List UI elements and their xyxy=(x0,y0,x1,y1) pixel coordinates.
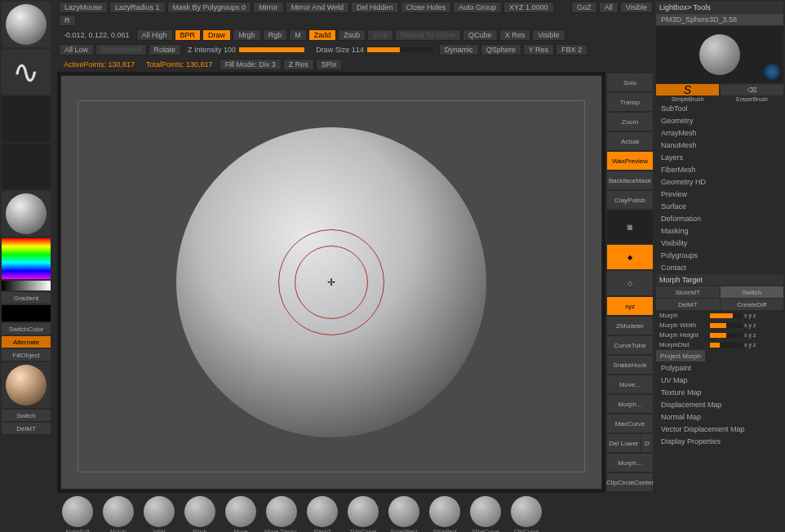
switch-btn[interactable]: Switch xyxy=(2,410,51,421)
rgb-btn[interactable]: Rgb xyxy=(263,29,288,41)
nav-icon[interactable]: ◆ xyxy=(607,245,653,269)
zcut-btn[interactable]: Zcut xyxy=(367,29,393,41)
stroke-thumb[interactable]: ∿ xyxy=(2,49,51,95)
maxcurve-btn[interactable]: MaxCurve xyxy=(607,415,653,432)
gradient-bar[interactable] xyxy=(2,281,51,290)
color-picker[interactable] xyxy=(2,238,51,279)
delhidden-btn[interactable]: Del Hidden xyxy=(351,2,399,13)
zadd-btn[interactable]: Zadd xyxy=(308,29,337,41)
lazyradius-btn[interactable]: LazyRadius 1 xyxy=(109,2,166,13)
gradient-btn[interactable]: Gradient xyxy=(2,292,51,304)
vectordisp-item[interactable]: Vector Displacement Map xyxy=(656,423,783,435)
sphere-icon[interactable] xyxy=(764,64,780,80)
zintensity-slider[interactable] xyxy=(239,47,304,52)
transp-btn[interactable]: Transp xyxy=(607,93,653,111)
fillobject-btn[interactable]: FillObject xyxy=(2,349,51,361)
brush-smartrect[interactable]: SmartRect xyxy=(387,496,421,532)
texture-thumb[interactable] xyxy=(2,144,51,189)
transp-icon[interactable]: ◇ xyxy=(607,271,653,295)
surface-item[interactable]: Surface xyxy=(656,201,783,212)
zsub-btn[interactable]: Zsub xyxy=(338,29,366,41)
brush-slicerect[interactable]: SliceRect xyxy=(428,496,462,532)
solo-btn[interactable]: Solo xyxy=(607,73,653,91)
fibermesh-item[interactable]: FiberMesh xyxy=(656,164,783,175)
polypaint-item[interactable]: Polypaint xyxy=(656,362,783,374)
draw-btn[interactable]: Draw xyxy=(202,29,231,41)
masking-item[interactable]: Masking xyxy=(656,225,783,237)
skinshade-thumb[interactable] xyxy=(2,362,51,408)
dynamic-btn[interactable]: Dynamic xyxy=(439,44,479,55)
material-thumb[interactable] xyxy=(2,2,51,47)
allhigh-btn[interactable]: All High xyxy=(136,29,173,41)
waxpreview-btn[interactable]: WaxPreview xyxy=(607,152,653,170)
lightbox-header[interactable]: Lightbox> Tools xyxy=(656,2,783,13)
s-icon[interactable]: S xyxy=(656,84,719,95)
brush-morph[interactable]: Morph xyxy=(101,496,135,532)
qcube-btn[interactable]: QCube xyxy=(463,29,498,41)
texturemap-item[interactable]: Texture Map xyxy=(656,387,783,398)
yres-btn[interactable]: Y Res xyxy=(523,44,554,55)
contact-item[interactable]: Contact xyxy=(656,262,783,273)
brush-move[interactable]: Move xyxy=(224,496,258,532)
zoom-btn[interactable]: Zoom xyxy=(607,113,653,131)
subtool-item[interactable]: SubTool xyxy=(656,103,783,114)
xres-btn[interactable]: X Res xyxy=(499,29,531,41)
morph-slider[interactable] xyxy=(710,313,743,318)
fbx2-btn[interactable]: FBX 2 xyxy=(556,44,588,55)
alllow-btn[interactable]: All Low xyxy=(59,44,94,55)
brush-formsoft[interactable]: FormSoft xyxy=(60,496,95,532)
morph-brush-btn[interactable]: Morph... xyxy=(607,395,653,413)
zres-btn[interactable]: Z Res xyxy=(283,59,314,70)
morphwidth-slider[interactable] xyxy=(710,323,743,328)
viewport[interactable]: ✛ xyxy=(60,75,602,490)
brush-trimcurve[interactable]: TrimCurve xyxy=(346,496,380,532)
lazymouse-btn[interactable]: LazyMouse xyxy=(59,2,108,13)
brush-slash3[interactable]: Slash3 xyxy=(305,496,339,532)
repeat-btn[interactable]: Repeat To Active xyxy=(395,29,461,41)
projectmorph-btn[interactable]: Project Morph xyxy=(656,350,705,361)
backface-btn[interactable]: BackfaceMask xyxy=(607,171,653,189)
displacement-item[interactable]: Displacement Map xyxy=(656,399,783,410)
rotate-btn[interactable]: Rotate xyxy=(149,44,182,55)
goz-btn[interactable]: GoZ xyxy=(571,2,597,13)
morphdist-slider[interactable] xyxy=(710,343,743,348)
dellower-btn[interactable]: Del Lower xyxy=(607,434,641,452)
morphdot-btn[interactable]: Morph... xyxy=(607,454,653,472)
actual-btn[interactable]: Actual xyxy=(607,132,653,150)
r-btn[interactable]: R xyxy=(59,15,76,26)
smooth-btn[interactable]: SmoothtoAll xyxy=(95,44,147,55)
displayprops-item[interactable]: Display Properties xyxy=(656,436,783,447)
eraser-icon[interactable]: ⌫ xyxy=(721,84,783,95)
arraymesh-item[interactable]: ArrayMesh xyxy=(656,127,783,139)
mrgb-btn[interactable]: Mrgb xyxy=(233,29,261,41)
closeholes-btn[interactable]: Close Holes xyxy=(401,2,452,13)
m-btn[interactable]: M xyxy=(289,29,307,41)
visibility-item[interactable]: Visibility xyxy=(656,237,783,249)
grid-icon[interactable]: ▦ xyxy=(607,211,653,243)
sphere-3d-object[interactable]: ✛ xyxy=(176,127,486,437)
storemt-btn[interactable]: StoreMT xyxy=(656,286,720,298)
alpha-thumb[interactable] xyxy=(2,96,51,142)
visible-btn[interactable]: Visible xyxy=(620,2,653,13)
all-btn[interactable]: All xyxy=(599,2,619,13)
brush-inflat[interactable]: Inflat xyxy=(142,496,176,532)
brush-pinch[interactable]: Pinch xyxy=(183,496,217,532)
brush-slicecurve[interactable]: SliceCurve xyxy=(468,496,503,532)
visible2-btn[interactable]: Visible xyxy=(532,29,565,41)
morphheight-slider[interactable] xyxy=(710,333,743,338)
switchcolor-btn[interactable]: SwitchColor xyxy=(2,323,51,335)
curvetube-btn[interactable]: CurveTube xyxy=(607,336,653,354)
matcap-thumb[interactable] xyxy=(2,191,51,237)
nanomesh-item[interactable]: NanoMesh xyxy=(656,140,783,151)
spix-btn[interactable]: SPix xyxy=(316,59,343,70)
xyz-btn[interactable]: XYZ 1.0000 xyxy=(503,2,554,13)
d-btn[interactable]: D xyxy=(641,434,653,452)
delmt2-btn[interactable]: DelMT xyxy=(656,299,720,310)
claypolish-btn[interactable]: ClayPolish xyxy=(607,191,653,209)
drawsize-slider[interactable] xyxy=(367,47,432,52)
creatediff-btn[interactable]: CreateDiff xyxy=(721,299,784,310)
move-brush-btn[interactable]: Move... xyxy=(607,375,653,393)
color-swatch[interactable] xyxy=(2,305,51,321)
qsphere-btn[interactable]: QSphere xyxy=(481,44,521,55)
autogroup-btn[interactable]: Auto Group xyxy=(453,2,502,13)
